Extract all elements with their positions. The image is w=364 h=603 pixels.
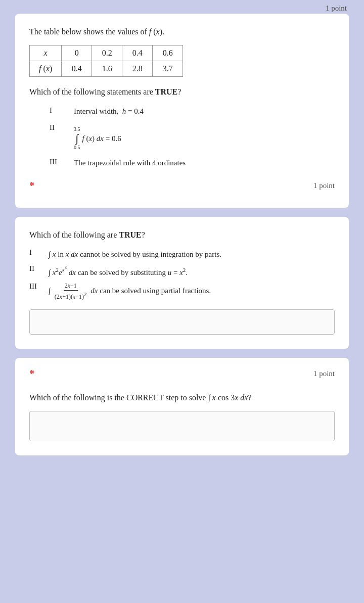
- card1-question-suffix: ?: [177, 87, 181, 96]
- true-text-II: ∫ x2ex3 dx can be solved by substituting…: [49, 264, 188, 279]
- stmt-num-III: III: [50, 157, 65, 166]
- stmt-num-II: II: [50, 122, 65, 132]
- stmt-text-III: The trapezoidal rule with 4 ordinates: [74, 157, 186, 169]
- true-num-I: I: [29, 248, 42, 257]
- table-cell-x0: 0: [62, 45, 92, 61]
- card2-question-bold: TRUE: [119, 230, 141, 239]
- table-header-row: x 0 0.2 0.4 0.6: [30, 45, 183, 61]
- frac-den-III: (2x+1)(x−1)2: [54, 291, 88, 301]
- card3-question: Which of the following is the CORRECT st…: [29, 392, 335, 404]
- integral-II: 3.5 ∫ 0.5 f (x) dx = 0.6: [74, 125, 121, 152]
- card3-star: *: [29, 368, 34, 380]
- card1-intro: The table below shows the values of: [29, 27, 147, 36]
- frac-num-III: 2x−1: [64, 282, 78, 291]
- statements-list: I Interval width, h = 0.4 II 3.5 ∫ 0.5 f…: [50, 105, 335, 169]
- integral-lower-II: 0.5: [74, 144, 80, 152]
- card1-fx-label: f (x).: [149, 27, 164, 36]
- true-num-II: II: [29, 264, 42, 273]
- table-cell-fx3: 3.7: [153, 61, 183, 77]
- statement-I: I Interval width, h = 0.4: [50, 105, 335, 117]
- card2-answer-box[interactable]: [29, 309, 335, 335]
- card2-question: Which of the following are TRUE?: [29, 229, 335, 241]
- true-text-III: ∫ 2x−1 (2x+1)(x−1)2 dx can be solved usi…: [49, 282, 211, 301]
- card1-question: Which of the following statements are TR…: [29, 86, 335, 98]
- top-point-label: 1 point: [326, 4, 347, 13]
- stmt-num-I: I: [50, 105, 65, 115]
- card3-star-row: * 1 point: [29, 368, 335, 380]
- card2-question-suffix: ?: [142, 230, 145, 239]
- true-item-II: II ∫ x2ex3 dx can be solved by substitut…: [29, 264, 335, 279]
- card3-question-prefix: Which of the following is the CORRECT st…: [29, 393, 208, 402]
- card3-point: 1 point: [313, 369, 335, 378]
- true-list: I ∫ x ln x dx cannot be solved by using …: [29, 248, 335, 301]
- card1-question-prefix: Which of the following statements are: [29, 87, 155, 96]
- table-cell-fx-label: f (x): [30, 61, 62, 77]
- true-num-III: III: [29, 282, 42, 291]
- stmt-text-I: Interval width, h = 0.4: [74, 105, 144, 117]
- true-text-I: ∫ x ln x dx cannot be solved by using in…: [49, 248, 221, 260]
- card2-question-prefix: Which of the following are: [29, 230, 119, 239]
- integral-expr-II: f (x) dx = 0.6: [82, 132, 121, 145]
- card1-star: *: [29, 180, 34, 192]
- values-table: x 0 0.2 0.4 0.6 f (x) 0.4 1.6 2.8 3.7: [29, 45, 183, 77]
- stmt-text-II: 3.5 ∫ 0.5 f (x) dx = 0.6: [74, 122, 121, 152]
- true-item-III: III ∫ 2x−1 (2x+1)(x−1)2 dx can be solved…: [29, 282, 335, 301]
- integral-sign-II: ∫: [75, 133, 78, 144]
- card-2: Which of the following are TRUE? I ∫ x l…: [15, 217, 349, 349]
- card-1: The table below shows the values of f (x…: [15, 14, 349, 208]
- table-cell-fx1: 1.6: [92, 61, 122, 77]
- card3-integral-body: cos 3x dx?: [216, 393, 252, 402]
- table-cell-fx2: 2.8: [122, 61, 153, 77]
- table-cell-x: x: [30, 45, 62, 61]
- card1-intro-text: The table below shows the values of f (x…: [29, 26, 335, 38]
- card1-question-bold: TRUE: [155, 87, 177, 96]
- table-cell-x2: 0.4: [122, 45, 153, 61]
- card3-answer-box[interactable]: [29, 411, 335, 441]
- table-cell-fx0: 0.4: [62, 61, 92, 77]
- table-cell-x3: 0.6: [153, 45, 183, 61]
- fraction-III: 2x−1 (2x+1)(x−1)2: [54, 282, 88, 301]
- card1-point: 1 point: [313, 181, 335, 190]
- true-item-I: I ∫ x ln x dx cannot be solved by using …: [29, 248, 335, 260]
- statement-II: II 3.5 ∫ 0.5 f (x) dx = 0.6: [50, 122, 335, 152]
- card-3: * 1 point Which of the following is the …: [15, 358, 349, 455]
- statement-III: III The trapezoidal rule with 4 ordinate…: [50, 157, 335, 169]
- table-cell-x1: 0.2: [92, 45, 122, 61]
- card1-star-row: * 1 point: [29, 180, 335, 192]
- table-values-row: f (x) 0.4 1.6 2.8 3.7: [30, 61, 183, 77]
- card3-integral: ∫ x: [208, 393, 215, 402]
